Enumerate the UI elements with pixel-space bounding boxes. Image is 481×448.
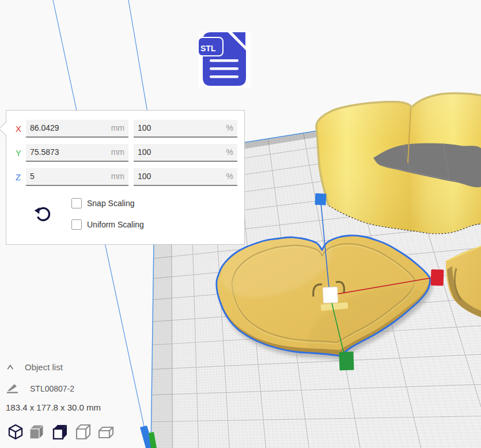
svg-text:STL: STL bbox=[200, 44, 216, 53]
